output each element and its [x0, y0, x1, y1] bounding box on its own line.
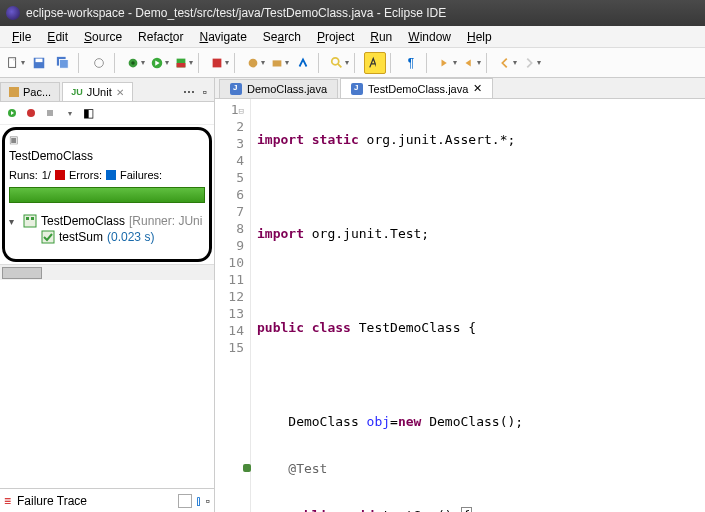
tree-child-label: testSum [59, 230, 103, 244]
svg-point-5 [95, 58, 104, 67]
tab-junit[interactable]: JUJUnit✕ [62, 82, 133, 101]
compare-icon[interactable] [178, 494, 192, 508]
test-pass-icon [41, 230, 55, 244]
filter-icon[interactable]: ⫿ [196, 494, 202, 508]
svg-rect-10 [176, 63, 185, 67]
tree-child-row[interactable]: testSum (0.023 s) [9, 229, 205, 245]
gutter[interactable]: 1⊟ 234 567 8910 111213 1415 [215, 99, 251, 512]
errors-label: Errors: [69, 169, 102, 181]
editor-pane: DemoClass.java TestDemoClass.java✕ 1⊟ 23… [215, 78, 705, 512]
runs-label: Runs: [9, 169, 38, 181]
junit-icon: JU [71, 87, 83, 97]
failures-label: Failures: [120, 169, 162, 181]
tree-parent-row[interactable]: ▾ TestDemoClass [Runner: JUni [9, 213, 205, 229]
svg-rect-20 [24, 215, 36, 227]
expand-icon[interactable]: ▣ [7, 134, 207, 145]
pilcrow-button[interactable]: ¶ [400, 52, 422, 74]
test-progress-bar [9, 187, 205, 203]
java-file-icon [230, 83, 242, 95]
tab-democlass[interactable]: DemoClass.java [219, 79, 338, 98]
error-icon [55, 170, 65, 180]
menu-source[interactable]: Source [76, 28, 130, 46]
svg-rect-2 [36, 58, 43, 62]
debug-button[interactable]: ▾ [124, 52, 146, 74]
menu-edit[interactable]: Edit [39, 28, 76, 46]
menu-help[interactable]: Help [459, 28, 500, 46]
workspace: Pac... JUJUnit✕ ⋯ ▫ ▾ ◧ ▣ TestDemoClass … [0, 78, 705, 512]
svg-line-15 [337, 63, 341, 67]
runs-value: 1/ [42, 169, 51, 181]
menu-search[interactable]: Search [255, 28, 309, 46]
ext-tools-button[interactable]: ▾ [208, 52, 230, 74]
svg-rect-11 [212, 58, 221, 67]
svg-rect-23 [42, 231, 54, 243]
tab-testdemoclass[interactable]: TestDemoClass.java✕ [340, 78, 493, 98]
save-all-button[interactable] [52, 52, 74, 74]
svg-point-12 [248, 58, 257, 67]
code-area[interactable]: 1⊟ 234 567 8910 111213 1415 import stati… [215, 99, 705, 512]
tree-twisty-icon[interactable]: ▾ [9, 216, 19, 227]
test-stats: Runs: 1/ Errors: Failures: [7, 167, 207, 183]
view-menu-icon[interactable]: ⋯ [182, 85, 196, 99]
test-suite-icon [23, 214, 37, 228]
new-pkg-button[interactable]: ▾ [268, 52, 290, 74]
tree-runner-label: [Runner: JUni [129, 214, 202, 228]
tree-parent-label: TestDemoClass [41, 214, 125, 228]
svg-rect-4 [60, 59, 69, 68]
menu-refactor[interactable]: Refactor [130, 28, 191, 46]
stop-icon[interactable] [42, 105, 58, 121]
failure-icon [106, 170, 116, 180]
failure-trace-header: ≡ Failure Trace ⫿ ▫ [0, 488, 214, 512]
history-icon[interactable]: ▾ [61, 105, 77, 121]
search-button[interactable]: ▾ [328, 52, 350, 74]
back-button[interactable]: ▾ [496, 52, 518, 74]
close-icon[interactable]: ✕ [473, 82, 482, 95]
tool-1[interactable] [88, 52, 110, 74]
left-tabs: Pac... JUJUnit✕ ⋯ ▫ [0, 78, 214, 102]
window-title: eclipse-workspace - Demo_test/src/test/j… [26, 6, 446, 20]
close-icon[interactable]: ✕ [116, 87, 124, 98]
package-icon [9, 87, 19, 97]
failure-trace-label: Failure Trace [17, 494, 87, 508]
svg-rect-22 [31, 217, 34, 220]
new-java-button[interactable]: ▾ [244, 52, 266, 74]
menu-run[interactable]: Run [362, 28, 400, 46]
svg-rect-21 [26, 217, 29, 220]
trace-menu-icon[interactable]: ▫ [206, 494, 210, 508]
rerun-icon[interactable] [4, 105, 20, 121]
java-file-icon [351, 83, 363, 95]
menu-navigate[interactable]: Navigate [191, 28, 254, 46]
eclipse-icon [6, 6, 20, 20]
test-tree: ▾ TestDemoClass [Runner: JUni testSum (0… [7, 207, 207, 251]
svg-rect-16 [376, 57, 380, 68]
svg-point-14 [331, 57, 338, 64]
menu-file[interactable]: File [4, 28, 39, 46]
junit-toolbar: ▾ ◧ [0, 102, 214, 125]
svg-rect-19 [47, 110, 53, 116]
run-button[interactable]: ▾ [148, 52, 170, 74]
trace-icon: ≡ [4, 494, 11, 508]
save-button[interactable] [28, 52, 50, 74]
menu-window[interactable]: Window [400, 28, 459, 46]
open-type-button[interactable] [292, 52, 314, 74]
svg-rect-13 [272, 60, 281, 66]
forward-button[interactable]: ▾ [520, 52, 542, 74]
tree-child-time: (0.023 s) [107, 230, 154, 244]
editor-tabs: DemoClass.java TestDemoClass.java✕ [215, 78, 705, 99]
coverage-button[interactable]: ▾ [172, 52, 194, 74]
toggle-mark-button[interactable] [364, 52, 386, 74]
new-button[interactable]: ▾ [4, 52, 26, 74]
minimize-icon[interactable]: ▫ [198, 85, 212, 99]
nav-next-button[interactable]: ▾ [436, 52, 458, 74]
junit-results-highlight: ▣ TestDemoClass Runs: 1/ Errors: Failure… [2, 127, 212, 262]
nav-prev-button[interactable]: ▾ [460, 52, 482, 74]
code-content[interactable]: import static org.junit.Assert.*; import… [251, 99, 705, 512]
rerun-failed-icon[interactable] [23, 105, 39, 121]
left-pane: Pac... JUJUnit✕ ⋯ ▫ ▾ ◧ ▣ TestDemoClass … [0, 78, 215, 512]
pin-icon[interactable]: ◧ [80, 105, 96, 121]
horizontal-scrollbar[interactable] [0, 264, 214, 280]
main-toolbar: ▾ ▾ ▾ ▾ ▾ ▾ ▾ ▾ ¶ ▾ ▾ ▾ ▾ [0, 48, 705, 78]
menu-project[interactable]: Project [309, 28, 362, 46]
tab-package-explorer[interactable]: Pac... [0, 82, 60, 101]
titlebar: eclipse-workspace - Demo_test/src/test/j… [0, 0, 705, 26]
